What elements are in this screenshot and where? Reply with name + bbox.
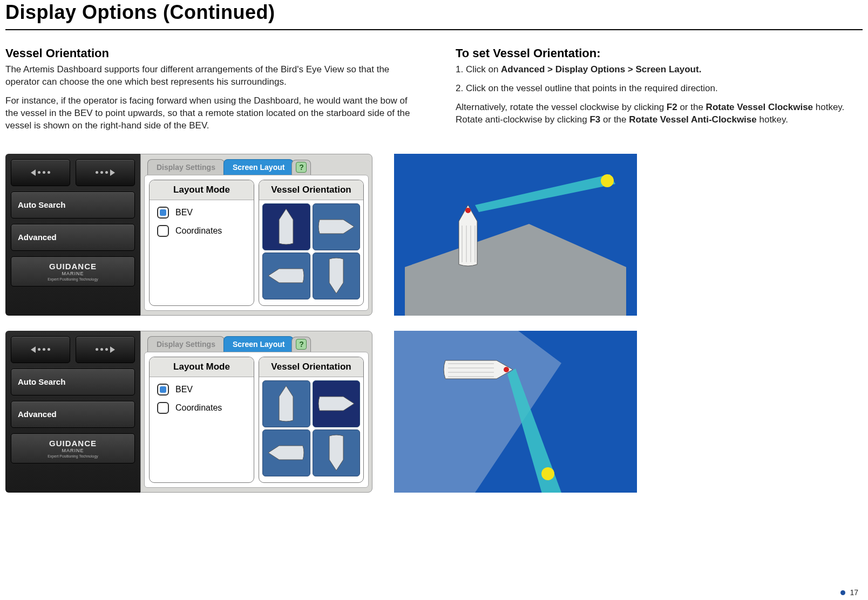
next-button[interactable] [76, 159, 135, 186]
logo-sub: MARINE [62, 271, 84, 276]
page-title: Display Options (Continued) [5, 0, 863, 29]
layout-mode-heading: Layout Mode [150, 180, 254, 200]
logo-sub: MARINE [62, 448, 84, 453]
help-icon: ? [296, 162, 307, 173]
layout-mode-card: Layout Mode BEV Coordinates [149, 180, 254, 306]
intro-paragraph-2: For instance, if the operator is facing … [5, 95, 412, 132]
step-2: 2. Click on the vessel outline that poin… [456, 83, 863, 95]
alt-or1: or the [677, 102, 706, 112]
svg-point-12 [541, 467, 554, 480]
bev-view-right [394, 331, 637, 493]
prev-button[interactable] [11, 159, 70, 186]
page-number: 17 [850, 588, 858, 597]
alternative-text: Alternatively, rotate the vessel clockwi… [456, 101, 863, 126]
option-coordinates[interactable]: Coordinates [157, 402, 246, 414]
bev-view-up [394, 154, 637, 316]
logo-tag: Expert Positioning Technology [48, 277, 98, 281]
svg-point-17 [504, 367, 509, 372]
advanced-button[interactable]: Advanced [11, 401, 135, 428]
vessel-orientation-card: Vessel Orientation [259, 180, 364, 306]
vessel-orientation-heading: Vessel Orientation [259, 180, 363, 200]
vessel-orientation-heading: Vessel Orientation [259, 357, 363, 377]
logo-main: GUIDANCE [49, 262, 97, 271]
svg-point-8 [465, 208, 471, 213]
option-bev[interactable]: BEV [157, 207, 246, 219]
orientation-right[interactable] [313, 380, 361, 427]
option-coords-label: Coordinates [175, 226, 222, 236]
auto-search-button[interactable]: Auto Search [11, 192, 135, 219]
key-f2: F2 [667, 102, 677, 112]
chevron-left-icon [31, 346, 36, 353]
hotkey-cw: Rotate Vessel Clockwise [706, 102, 813, 112]
orientation-up[interactable] [262, 203, 310, 250]
radio-unchecked-icon [157, 225, 169, 237]
layout-mode-card: Layout Mode BEV Coordinates [149, 357, 254, 483]
left-column: Vessel Orientation The Artemis Dashboard… [5, 46, 412, 139]
right-column: To set Vessel Orientation: 1. Click on A… [456, 46, 863, 139]
vessel-orientation-card: Vessel Orientation [259, 357, 364, 483]
title-rule [5, 29, 863, 30]
side-panel: Auto Search Advanced GUIDANCE MARINE Exp… [5, 154, 140, 316]
tab-screen-layout[interactable]: Screen Layout [223, 336, 294, 352]
tab-display-settings[interactable]: Display Settings [147, 336, 225, 352]
option-bev-label: BEV [175, 208, 193, 217]
orientation-down[interactable] [313, 253, 361, 299]
orientation-left[interactable] [262, 253, 310, 299]
set-orientation-heading: To set Vessel Orientation: [456, 46, 863, 60]
help-button[interactable]: ? [291, 337, 311, 352]
radio-checked-icon [157, 207, 169, 219]
auto-search-button[interactable]: Auto Search [11, 369, 135, 396]
orientation-right[interactable] [313, 203, 361, 250]
page-footer: 17 [840, 588, 858, 597]
ui-screenshot-2: Auto Search Advanced GUIDANCE MARINE Exp… [5, 331, 372, 493]
advanced-button[interactable]: Advanced [11, 224, 135, 251]
step1-prefix: 1. Click on [456, 64, 501, 74]
screenshot-row-2: Auto Search Advanced GUIDANCE MARINE Exp… [5, 331, 863, 493]
next-button[interactable] [76, 336, 135, 363]
tab-screen-layout[interactable]: Screen Layout [223, 159, 294, 175]
alt-end: hotkey. [757, 114, 788, 125]
step-1: 1. Click on Advanced > Display Options >… [456, 64, 863, 76]
layout-mode-heading: Layout Mode [150, 357, 254, 377]
step1-path: Advanced > Display Options > Screen Layo… [501, 64, 701, 74]
option-bev-label: BEV [175, 385, 193, 394]
tab-display-settings[interactable]: Display Settings [147, 159, 225, 175]
logo-tag: Expert Positioning Technology [48, 454, 98, 458]
option-coords-label: Coordinates [175, 403, 222, 413]
option-bev[interactable]: BEV [157, 384, 246, 396]
svg-point-3 [601, 174, 614, 187]
guidance-marine-logo[interactable]: GUIDANCE MARINE Expert Positioning Techn… [11, 433, 135, 463]
vessel-orientation-heading: Vessel Orientation [5, 46, 412, 60]
guidance-marine-logo[interactable]: GUIDANCE MARINE Expert Positioning Techn… [11, 256, 135, 287]
logo-main: GUIDANCE [49, 439, 97, 448]
chevron-left-icon [31, 169, 36, 176]
orientation-down[interactable] [313, 429, 361, 476]
intro-paragraph-1: The Artemis Dashboard supports four diff… [5, 64, 412, 88]
chevron-right-icon [110, 346, 115, 353]
radio-checked-icon [157, 384, 169, 396]
side-panel: Auto Search Advanced GUIDANCE MARINE Exp… [5, 331, 140, 493]
prev-button[interactable] [11, 336, 70, 363]
alt-or2: or the [600, 114, 629, 125]
screenshot-row-1: Auto Search Advanced GUIDANCE MARINE Exp… [5, 154, 863, 316]
help-icon: ? [296, 339, 307, 350]
alt-part1: Alternatively, rotate the vessel clockwi… [456, 102, 667, 112]
radio-unchecked-icon [157, 402, 169, 414]
orientation-left[interactable] [262, 429, 310, 476]
orientation-up[interactable] [262, 380, 310, 427]
settings-panel: Display Settings Screen Layout ? Layout … [140, 154, 372, 316]
key-f3: F3 [589, 114, 600, 125]
ui-screenshot-1: Auto Search Advanced GUIDANCE MARINE Exp… [5, 154, 372, 316]
option-coordinates[interactable]: Coordinates [157, 225, 246, 237]
chevron-right-icon [110, 169, 115, 176]
footer-bullet-icon [840, 590, 845, 595]
help-button[interactable]: ? [291, 160, 311, 175]
settings-panel: Display Settings Screen Layout ? Layout … [140, 331, 372, 493]
hotkey-acw: Rotate Vessel Anti-Clockwise [629, 114, 757, 125]
